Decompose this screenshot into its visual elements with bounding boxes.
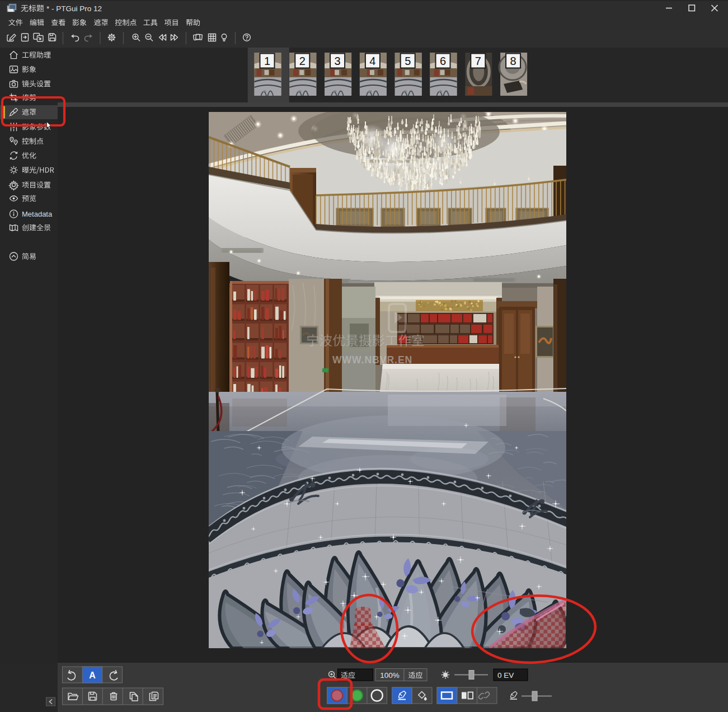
svg-text:100%: 100% (380, 671, 400, 680)
svg-text:0 EV: 0 EV (497, 671, 514, 680)
svg-text:A: A (89, 671, 96, 680)
svg-text:8: 8 (510, 55, 516, 67)
svg-text:2: 2 (299, 55, 306, 67)
svg-text:* - PTGui Pro 12: * - PTGui Pro 12 (46, 4, 102, 13)
svg-text:5: 5 (405, 55, 411, 67)
svg-text:1: 1 (264, 55, 270, 67)
svg-text:Metadata: Metadata (22, 210, 53, 218)
svg-text:4: 4 (369, 55, 375, 67)
svg-text:7: 7 (475, 55, 481, 67)
svg-text:6: 6 (440, 55, 446, 67)
svg-text:3: 3 (335, 55, 341, 67)
